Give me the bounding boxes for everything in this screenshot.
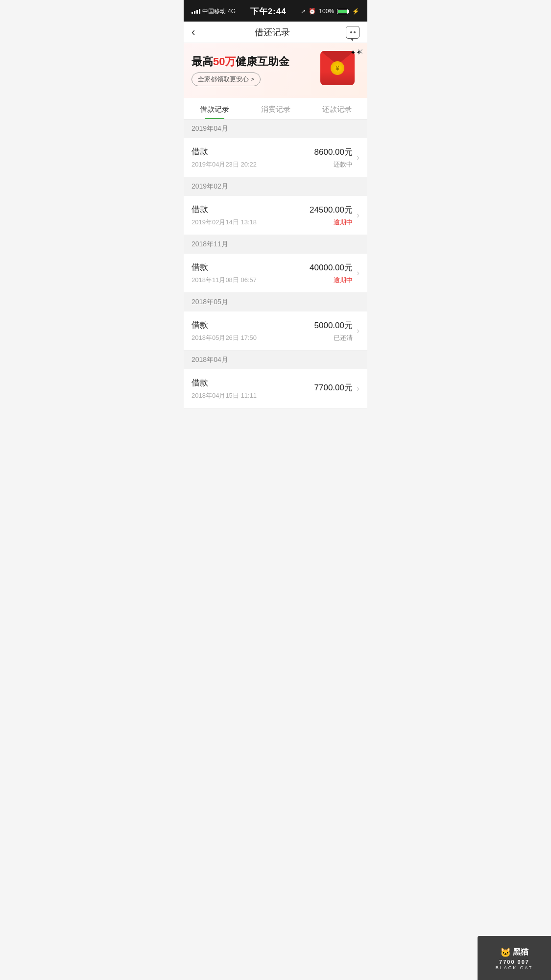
record-amount-block: 5000.00元 已还清: [314, 320, 353, 342]
record-date: 2018年04月15日 11:11: [192, 391, 314, 400]
section-header-2018-11: 2018年11月: [184, 235, 367, 254]
record-amount: 7700.00元: [314, 382, 353, 393]
signal-bar-1: [192, 12, 193, 14]
record-amount: 40000.00元: [310, 262, 353, 273]
tab-loan-records[interactable]: 借款记录: [184, 98, 245, 119]
record-item-2018-05[interactable]: 借款 2018年05月26日 17:50 5000.00元 已还清 ›: [184, 311, 367, 351]
nav-bar: ‹ 借还记录: [184, 22, 367, 43]
location-icon: ↗: [301, 8, 306, 15]
chevron-right-icon: ›: [357, 268, 359, 278]
carrier-label: 中国移动: [202, 7, 226, 16]
record-left: 借款 2018年04月15日 11:11: [192, 377, 314, 400]
record-amount-block: 40000.00元 逾期中: [310, 262, 353, 285]
record-date: 2018年11月08日 06:57: [192, 276, 310, 285]
record-status: 已还清: [334, 334, 353, 341]
section-header-2018-05: 2018年05月: [184, 293, 367, 311]
signal-bar-4: [199, 9, 200, 14]
signal-bar-2: [194, 11, 195, 14]
tab-consumption-records[interactable]: 消费记录: [245, 98, 306, 119]
section-header-2019-04: 2019年04月: [184, 120, 367, 138]
battery-fill: [338, 10, 347, 13]
record-date: 2019年02月14日 13:18: [192, 218, 310, 227]
banner-close-button[interactable]: ✕: [357, 47, 363, 56]
status-bar: 中国移动 4G 下午2:44 ↗ ⏰ 100% ⚡: [184, 0, 367, 22]
page-title: 借还记录: [199, 26, 346, 38]
envelope-coin: ¥: [331, 61, 344, 75]
battery-body: [337, 9, 348, 14]
record-item-2018-04[interactable]: 借款 2018年04月15日 11:11 7700.00元 ›: [184, 369, 367, 408]
signal-bar-3: [196, 10, 198, 14]
banner-title-prefix: 最高: [192, 55, 213, 68]
banner-text: 最高50万健康互助金 全家都领取更安心: [192, 55, 320, 87]
chat-dots: [350, 31, 356, 33]
status-time: 下午2:44: [250, 6, 287, 17]
record-amount-block: 24500.00元 逾期中: [310, 204, 353, 227]
charging-icon: ⚡: [352, 8, 359, 15]
record-amount: 8600.00元: [314, 146, 353, 158]
record-item-2019-02[interactable]: 借款 2019年02月14日 13:18 24500.00元 逾期中 ›: [184, 196, 367, 235]
record-type: 借款: [192, 262, 310, 273]
banner-title-highlight: 50万: [213, 55, 236, 68]
back-button[interactable]: ‹: [192, 24, 199, 41]
record-amount: 5000.00元: [314, 320, 353, 331]
record-amount-block: 7700.00元: [314, 382, 353, 395]
banner-cta-button[interactable]: 全家都领取更安心: [192, 72, 261, 86]
chevron-right-icon: ›: [357, 326, 359, 336]
record-right: 7700.00元 ›: [314, 382, 359, 395]
record-status: 逾期中: [334, 218, 353, 226]
status-right: ↗ ⏰ 100% ⚡: [301, 8, 359, 15]
record-right: 24500.00元 逾期中 ›: [310, 204, 359, 227]
promotion-banner: 最高50万健康互助金 全家都领取更安心 ¥ ✦✦ ✕: [184, 43, 367, 98]
section-header-2018-04: 2018年04月: [184, 351, 367, 369]
record-right: 5000.00元 已还清 ›: [314, 320, 359, 342]
chat-dot-1: [350, 31, 352, 33]
chevron-right-icon: ›: [357, 152, 359, 163]
record-left: 借款 2018年11月08日 06:57: [192, 262, 310, 285]
banner-title: 最高50万健康互助金: [192, 55, 320, 69]
record-status: 逾期中: [334, 276, 353, 284]
tab-repayment-records[interactable]: 还款记录: [306, 98, 367, 119]
record-left: 借款 2019年04月23日 20:22: [192, 146, 314, 169]
record-right: 8600.00元 还款中 ›: [314, 146, 359, 169]
banner-title-suffix: 健康互助金: [236, 55, 289, 68]
battery-tip: [348, 10, 349, 13]
chevron-right-icon: ›: [357, 383, 359, 394]
chat-dot-2: [354, 31, 356, 33]
battery-icon: [337, 9, 349, 14]
record-type: 借款: [192, 204, 310, 215]
record-status: 还款中: [334, 161, 353, 168]
record-amount-block: 8600.00元 还款中: [314, 146, 353, 169]
record-type: 借款: [192, 319, 314, 331]
red-envelope-image: ¥ ✦✦: [320, 51, 359, 90]
signal-bars: [192, 9, 200, 14]
record-amount: 24500.00元: [310, 204, 353, 215]
section-header-2019-02: 2019年02月: [184, 177, 367, 196]
page-content: 2019年04月 借款 2019年04月23日 20:22 8600.00元 还…: [184, 120, 367, 453]
alarm-icon: ⏰: [309, 8, 316, 15]
record-type: 借款: [192, 377, 314, 388]
record-date: 2018年05月26日 17:50: [192, 334, 314, 342]
battery-percent: 100%: [319, 8, 334, 15]
status-left: 中国移动 4G: [192, 7, 236, 16]
record-right: 40000.00元 逾期中 ›: [310, 262, 359, 285]
chat-icon-button[interactable]: [346, 26, 359, 39]
record-left: 借款 2019年02月14日 13:18: [192, 204, 310, 227]
record-left: 借款 2018年05月26日 17:50: [192, 319, 314, 342]
chevron-right-icon: ›: [357, 210, 359, 220]
tab-bar: 借款记录 消费记录 还款记录: [184, 98, 367, 120]
network-type: 4G: [228, 8, 236, 15]
envelope-body: ¥: [320, 51, 355, 85]
record-date: 2019年04月23日 20:22: [192, 160, 314, 169]
record-item-2018-11[interactable]: 借款 2018年11月08日 06:57 40000.00元 逾期中 ›: [184, 254, 367, 293]
record-item-2019-04[interactable]: 借款 2019年04月23日 20:22 8600.00元 还款中 ›: [184, 138, 367, 177]
record-type: 借款: [192, 146, 314, 157]
